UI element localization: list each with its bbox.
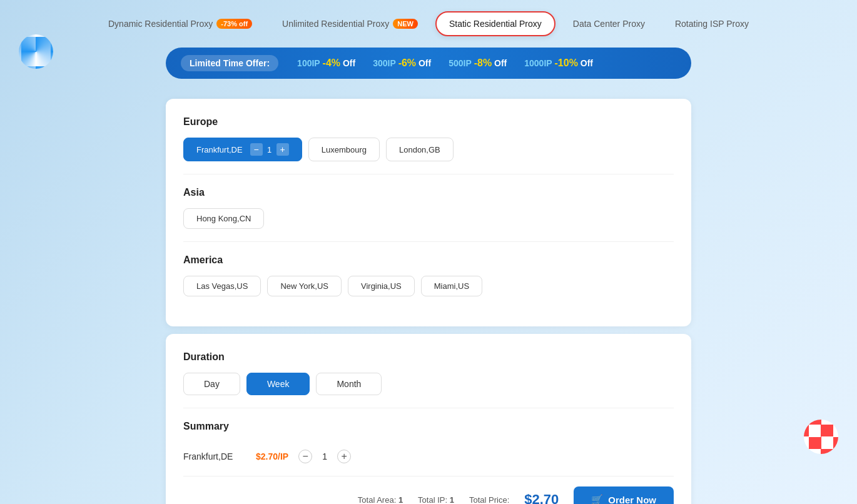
offer-banner: Limited Time Offer: 100IP -4% Off300IP -…: [166, 48, 691, 79]
nav-item-label: Dynamic Residential Proxy: [108, 19, 213, 29]
top-navigation: Dynamic Residential Proxy-73% offUnlimit…: [0, 0, 857, 48]
location-btn[interactable]: Hong Kong,CN: [183, 208, 264, 229]
cart-icon: 🛒: [591, 494, 603, 504]
location-btn[interactable]: New York,US: [267, 276, 342, 296]
site-logo: [19, 34, 53, 69]
location-btn[interactable]: London,GB: [386, 138, 454, 161]
qty-value: 1: [265, 145, 274, 154]
nav-item-label: Rotating ISP Proxy: [675, 19, 749, 29]
summary-qty-value: 1: [318, 451, 331, 461]
summary-title: Summary: [183, 421, 674, 432]
location-grid-europe: Frankfurt,DE − 1 + LuxembourgLondon,GB: [183, 138, 674, 161]
region-title-asia: Asia: [183, 187, 674, 198]
offer-item: 1000IP -10% Off: [524, 58, 593, 69]
duration-options: DayWeekMonth: [183, 373, 674, 395]
location-grid-america: Las Vegas,USNew York,USVirginia,USMiami,…: [183, 276, 674, 296]
duration-btn-day[interactable]: Day: [183, 373, 240, 395]
offer-label: Limited Time Offer:: [181, 55, 278, 71]
summary-qty-increase[interactable]: +: [337, 450, 351, 463]
location-grid-asia: Hong Kong,CN: [183, 208, 674, 229]
nav-item-unlimited[interactable]: Unlimited Residential ProxyNEW: [270, 13, 430, 35]
region-title-europe: Europe: [183, 116, 674, 128]
offer-item: 300IP -6% Off: [373, 58, 431, 69]
summary-row: Frankfurt,DE $2.70/IP − 1 +: [183, 442, 674, 471]
duration-summary-card: Duration DayWeekMonth Summary Frankfurt,…: [166, 334, 691, 504]
nav-item-label: Static Residential Proxy: [449, 19, 542, 29]
qty-increase-btn[interactable]: +: [276, 143, 289, 156]
qty-decrease-btn[interactable]: −: [250, 143, 263, 156]
nav-item-static[interactable]: Static Residential Proxy: [435, 11, 555, 36]
nav-item-datacenter[interactable]: Data Center Proxy: [560, 13, 657, 35]
order-now-button[interactable]: 🛒 Order Now: [574, 486, 674, 504]
nav-item-dynamic[interactable]: Dynamic Residential Proxy-73% off: [96, 13, 265, 35]
nav-item-label: Unlimited Residential Proxy: [282, 19, 389, 29]
total-price-label: Total Price:: [469, 495, 509, 505]
location-card: EuropeFrankfurt,DE − 1 + LuxembourgLondo…: [166, 99, 691, 326]
offer-item: 500IP -8% Off: [449, 58, 507, 69]
location-btn[interactable]: Virginia,US: [348, 276, 415, 296]
total-area: Total Area: 1: [358, 495, 403, 505]
duration-title: Duration: [183, 351, 674, 363]
total-ip: Total IP: 1: [418, 495, 454, 505]
total-price-value: $2.70: [524, 491, 559, 504]
location-btn[interactable]: Miami,US: [421, 276, 482, 296]
summary-qty-control: − 1 +: [298, 450, 351, 463]
nav-item-label: Data Center Proxy: [573, 19, 645, 29]
offer-item: 100IP -4% Off: [297, 58, 355, 69]
duration-btn-month[interactable]: Month: [316, 373, 382, 395]
region-title-america: America: [183, 255, 674, 266]
summary-price: $2.70/IP: [256, 451, 288, 461]
main-content: EuropeFrankfurt,DE − 1 + LuxembourgLondo…: [166, 99, 691, 504]
location-btn[interactable]: Frankfurt,DE − 1 +: [183, 138, 302, 161]
total-footer: Total Area: 1 Total IP: 1 Total Price: $…: [183, 476, 674, 504]
summary-location: Frankfurt,DE: [183, 451, 246, 461]
nav-item-rotating[interactable]: Rotating ISP Proxy: [662, 13, 761, 35]
location-btn[interactable]: Luxembourg: [308, 138, 380, 161]
nav-badge: NEW: [393, 19, 418, 29]
nav-badge: -73% off: [216, 19, 252, 29]
location-btn[interactable]: Las Vegas,US: [183, 276, 261, 296]
duration-btn-week[interactable]: Week: [246, 373, 310, 395]
support-icon[interactable]: [804, 420, 838, 454]
summary-qty-decrease[interactable]: −: [298, 450, 312, 463]
